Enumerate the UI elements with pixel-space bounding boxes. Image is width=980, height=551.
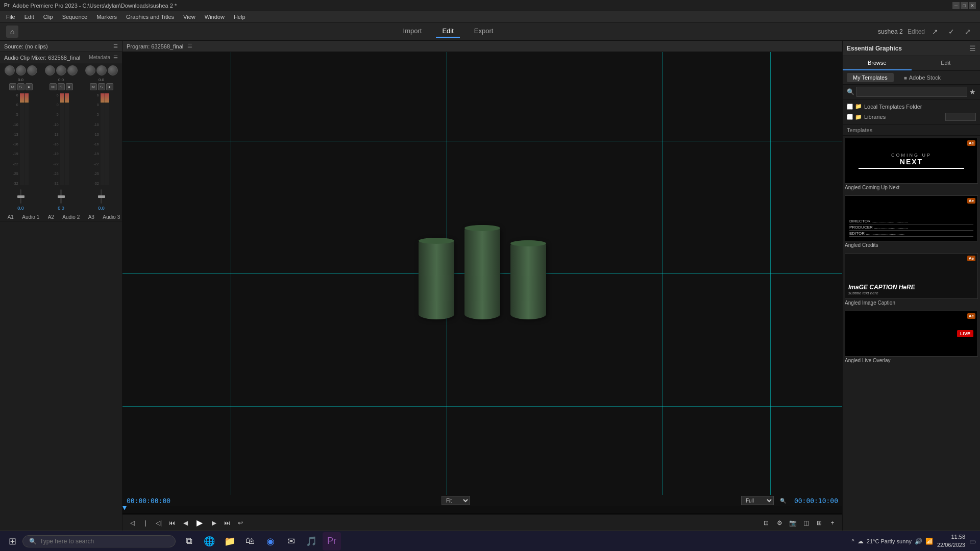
template-credits[interactable]: DIRECTOR ...............................… bbox=[845, 195, 978, 249]
mark-in-btn[interactable]: ◁ bbox=[127, 517, 138, 529]
close-button[interactable]: ✕ bbox=[969, 2, 976, 9]
menu-markers[interactable]: Markers bbox=[92, 13, 121, 21]
home-button[interactable]: ⌂ bbox=[6, 26, 18, 38]
template-image-caption[interactable]: ImaGE CAPTION HeRE subtitle text here Ae… bbox=[845, 253, 978, 307]
mute-btn-3[interactable]: M bbox=[90, 83, 97, 90]
rec-btn-2[interactable]: ● bbox=[66, 83, 73, 90]
eg-tab-edit[interactable]: Edit bbox=[912, 56, 981, 70]
folder-checkbox-local[interactable] bbox=[847, 104, 853, 110]
tray-expand[interactable]: ^ bbox=[851, 538, 854, 545]
taskbar-music[interactable]: 🎵 bbox=[302, 532, 321, 550]
capture-btn[interactable]: 📷 bbox=[787, 517, 798, 529]
menu-graphics[interactable]: Graphics and Titles bbox=[122, 13, 178, 21]
taskbar-explorer[interactable]: 📁 bbox=[220, 532, 239, 550]
add-marker-btn[interactable]: + bbox=[827, 517, 838, 529]
program-menu-icon[interactable]: ☰ bbox=[187, 43, 192, 49]
settings-icon[interactable]: ✓ bbox=[945, 26, 958, 38]
knob-7[interactable] bbox=[85, 65, 95, 76]
favorites-star[interactable]: ★ bbox=[969, 88, 976, 96]
taskbar-edge[interactable]: 🌐 bbox=[200, 532, 218, 550]
taskbar-search-input[interactable] bbox=[40, 538, 152, 545]
template-coming-up-next[interactable]: COMING UP NEXT Ae Angled Coming Up Next bbox=[845, 138, 978, 191]
fader-handle-3[interactable] bbox=[98, 195, 105, 198]
taskbar-task-view[interactable]: ⧉ bbox=[180, 532, 198, 550]
export-frame-btn[interactable]: ⊞ bbox=[814, 517, 825, 529]
fader-handle-1[interactable] bbox=[17, 195, 24, 198]
fader-2[interactable] bbox=[60, 188, 62, 205]
compare-btn[interactable]: ◫ bbox=[800, 517, 812, 529]
folder-libraries[interactable]: 📁 Libraries bbox=[847, 111, 976, 122]
publish-icon[interactable]: ↗ bbox=[929, 26, 941, 38]
loop-btn[interactable]: ↩ bbox=[235, 517, 246, 529]
menu-view[interactable]: View bbox=[179, 13, 200, 21]
taskbar-search-box[interactable]: 🔍 bbox=[22, 535, 176, 547]
libraries-search-input[interactable] bbox=[945, 113, 976, 121]
knob-1[interactable] bbox=[5, 65, 15, 76]
weather-text: 21°C Partly sunny bbox=[867, 538, 912, 544]
go-out-btn[interactable]: ⏭ bbox=[222, 517, 233, 529]
knob-5[interactable] bbox=[56, 65, 66, 76]
go-in-btn[interactable]: ⏮ bbox=[166, 517, 178, 529]
maximize-button[interactable]: □ bbox=[961, 2, 968, 9]
fader-3[interactable] bbox=[101, 188, 102, 205]
knob-4[interactable] bbox=[45, 65, 55, 76]
eg-search-input[interactable] bbox=[856, 87, 967, 97]
folder-checkbox-libraries[interactable] bbox=[847, 114, 853, 120]
eg-tab-browse[interactable]: Browse bbox=[843, 56, 912, 70]
step-back-btn[interactable]: ◀ bbox=[180, 517, 191, 529]
menu-edit[interactable]: Edit bbox=[20, 13, 38, 21]
speaker-icon[interactable]: 🔊 bbox=[915, 538, 922, 545]
menu-file[interactable]: File bbox=[2, 13, 19, 21]
start-button[interactable]: ⊞ bbox=[4, 533, 20, 549]
taskbar-mail[interactable]: ✉ bbox=[282, 532, 300, 550]
template-live-overlay[interactable]: LIVE Ae Angled Live Overlay bbox=[845, 311, 978, 364]
mark-clip-btn[interactable]: ◁| bbox=[153, 517, 164, 529]
menu-sequence[interactable]: Sequence bbox=[58, 13, 92, 21]
fit-selector[interactable]: Fit 25% 50% 100% bbox=[442, 496, 470, 505]
knob-3[interactable] bbox=[27, 65, 37, 76]
menu-help[interactable]: Help bbox=[230, 13, 250, 21]
tab-import[interactable]: Import bbox=[397, 25, 428, 38]
solo-btn-1[interactable]: S bbox=[17, 83, 24, 90]
source-menu-icon[interactable]: ☰ bbox=[113, 43, 118, 49]
network-icon[interactable]: 📶 bbox=[925, 538, 933, 545]
knob-8[interactable] bbox=[96, 65, 107, 76]
monitor-timeline[interactable] bbox=[122, 506, 842, 514]
safe-margins-btn[interactable]: ⊡ bbox=[761, 517, 772, 529]
folder-local-templates[interactable]: 📁 Local Templates Folder bbox=[847, 102, 976, 111]
play-button[interactable]: ▶ bbox=[193, 516, 206, 530]
mute-btn-1[interactable]: M bbox=[9, 83, 16, 90]
metadata-tab[interactable]: Metadata bbox=[89, 55, 110, 60]
zoom-icon[interactable]: 🔍 bbox=[780, 498, 786, 504]
fader-1[interactable] bbox=[20, 188, 21, 205]
fader-handle-2[interactable] bbox=[58, 195, 65, 198]
tab-edit[interactable]: Edit bbox=[436, 25, 459, 38]
step-fwd-btn[interactable]: ▶ bbox=[208, 517, 219, 529]
mute-btn-2[interactable]: M bbox=[50, 83, 57, 90]
eg-subtab-mytemplates[interactable]: My Templates bbox=[847, 73, 894, 82]
show-desktop-btn[interactable]: ▭ bbox=[969, 537, 976, 545]
minimize-button[interactable]: ─ bbox=[952, 2, 960, 9]
rec-btn-3[interactable]: ● bbox=[106, 83, 113, 90]
rec-btn-1[interactable]: ● bbox=[26, 83, 33, 90]
solo-btn-3[interactable]: S bbox=[98, 83, 105, 90]
taskbar-premiere[interactable]: Pr bbox=[323, 532, 341, 550]
menu-window[interactable]: Window bbox=[201, 13, 229, 21]
menu-clip[interactable]: Clip bbox=[39, 13, 57, 21]
tab-export[interactable]: Export bbox=[468, 25, 500, 38]
audio-menu-icon[interactable]: ☰ bbox=[113, 55, 118, 60]
eg-menu-icon[interactable]: ☰ bbox=[969, 44, 976, 53]
knob-6[interactable] bbox=[67, 65, 78, 76]
knob-2[interactable] bbox=[16, 65, 26, 76]
quality-selector[interactable]: Full Half Quarter bbox=[741, 496, 774, 505]
taskbar-store[interactable]: 🛍 bbox=[241, 532, 259, 550]
system-clock[interactable]: 11:58 22/06/2023 bbox=[937, 533, 965, 549]
solo-btn-2[interactable]: S bbox=[58, 83, 65, 90]
folder-label-local: Local Templates Folder bbox=[864, 104, 922, 110]
knob-9[interactable] bbox=[108, 65, 118, 76]
taskbar-chrome[interactable]: ◉ bbox=[261, 532, 280, 550]
expand-icon[interactable]: ⤢ bbox=[962, 26, 974, 38]
eg-subtab-adobestock[interactable]: ■ Adobe Stock bbox=[898, 73, 947, 82]
settings-btn[interactable]: ⚙ bbox=[774, 517, 785, 529]
mark-out-btn[interactable]: | bbox=[140, 517, 151, 529]
